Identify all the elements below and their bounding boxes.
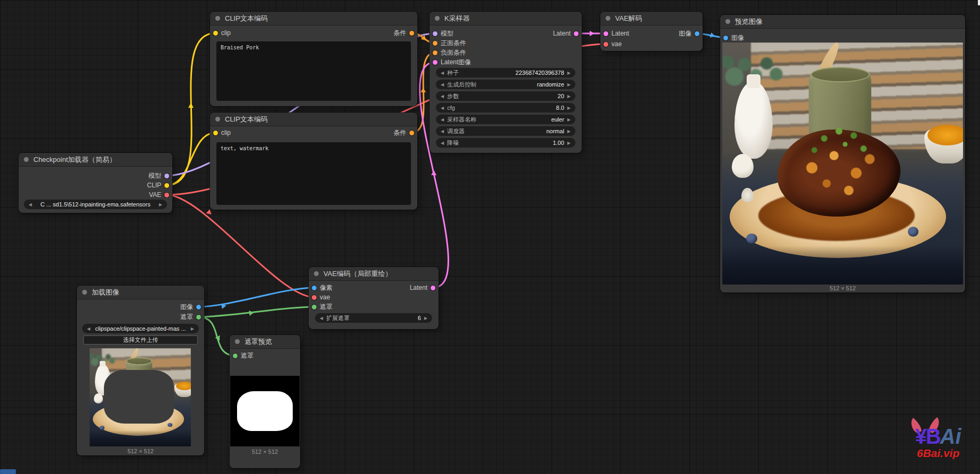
site-watermark: ¥BAi 6Bai.vip <box>898 416 978 465</box>
vae-port-icon[interactable] <box>312 295 317 300</box>
image-filename-combo[interactable]: ◀ clipspace/clipspace-painted-mas ... ▶ <box>82 324 199 333</box>
spice-bowl <box>924 130 963 163</box>
mask-port-icon[interactable] <box>196 315 201 320</box>
latent-port-icon[interactable] <box>433 60 438 65</box>
clip-port-icon[interactable] <box>164 183 169 188</box>
increment-arrow-icon[interactable]: ▶ <box>424 316 427 321</box>
collapse-dot-icon[interactable] <box>215 117 220 122</box>
output-vae: VAE <box>149 190 169 200</box>
mask-port-icon[interactable] <box>312 305 317 309</box>
control-after-generate-widget[interactable]: ◀ 生成后控制 randomize ▶ <box>436 80 575 89</box>
next-arrow-icon[interactable]: ▶ <box>191 326 194 331</box>
output-latent: Latent <box>410 283 435 292</box>
cfg-widget[interactable]: ◀ cfg 8.0 ▶ <box>436 103 575 113</box>
node-title-bar[interactable]: 加载图像 <box>77 286 204 299</box>
node-title-bar[interactable]: Checkpoint加载器（简易） <box>19 153 172 167</box>
node-checkpoint-loader[interactable]: Checkpoint加载器（简易） 模型 CLIP VAE ◀ C ... sd… <box>19 153 172 213</box>
collapse-dot-icon[interactable] <box>725 19 730 24</box>
conditioning-port-icon[interactable] <box>409 31 414 36</box>
steps-widget[interactable]: ◀ 步数 20 ▶ <box>436 91 575 101</box>
decrement-arrow-icon[interactable]: ◀ <box>441 106 444 110</box>
prev-arrow-icon[interactable]: ◀ <box>29 202 32 207</box>
increment-arrow-icon[interactable]: ▶ <box>567 94 571 99</box>
mask-image-preview <box>230 376 300 446</box>
increment-arrow-icon[interactable]: ▶ <box>567 106 571 110</box>
node-title-bar[interactable]: K采样器 <box>430 12 582 25</box>
collapse-dot-icon[interactable] <box>215 16 220 21</box>
grow-mask-widget[interactable]: ◀ 扩展遮罩 6 ▶ <box>315 313 432 323</box>
loaded-image-preview[interactable] <box>90 348 191 446</box>
latent-port-icon[interactable] <box>574 31 579 36</box>
clip-port-icon[interactable] <box>213 131 218 135</box>
image-port-icon[interactable] <box>695 31 699 36</box>
node-vae-decode[interactable]: VAE解码 Latent 图像 vae <box>600 12 703 51</box>
vae-port-icon[interactable] <box>164 193 169 197</box>
ckpt-name-combo[interactable]: ◀ C ... sd1.5\512-inpainting-ema.safeten… <box>24 200 167 209</box>
image-port-icon[interactable] <box>312 286 317 290</box>
collapse-dot-icon[interactable] <box>606 16 610 21</box>
decrement-arrow-icon[interactable]: ◀ <box>441 129 444 134</box>
scheduler-widget[interactable]: ◀ 调度器 normal ▶ <box>436 126 575 136</box>
node-preview-image[interactable]: 预览图像 图像 512 × 512 <box>720 15 965 292</box>
decrement-arrow-icon[interactable]: ◀ <box>441 82 444 87</box>
collapse-dot-icon[interactable] <box>235 339 240 344</box>
next-arrow-icon[interactable]: ▶ <box>159 202 162 207</box>
output-image: 图像 <box>180 302 201 312</box>
denoise-widget[interactable]: ◀ 降噪 1.00 ▶ <box>436 138 575 148</box>
image-port-icon[interactable] <box>196 305 201 309</box>
increment-arrow-icon[interactable]: ▶ <box>567 117 571 122</box>
decrement-arrow-icon[interactable]: ◀ <box>441 117 444 122</box>
decrement-arrow-icon[interactable]: ◀ <box>441 94 444 99</box>
decrement-arrow-icon[interactable]: ◀ <box>441 141 444 145</box>
node-title-bar[interactable]: CLIP文本编码 <box>210 113 417 126</box>
latent-port-icon[interactable] <box>431 286 435 290</box>
upload-file-button[interactable]: 选择文件上传 <box>83 335 198 344</box>
increment-arrow-icon[interactable]: ▶ <box>567 129 571 134</box>
latent-port-icon[interactable] <box>603 31 608 36</box>
input-pixels: 像素 <box>312 283 332 292</box>
node-title-bar[interactable]: 遮罩预览 <box>230 335 300 349</box>
seed-widget[interactable]: ◀ 种子 223687420396378 ▶ <box>436 68 575 77</box>
node-title-bar[interactable]: VAE编码（局部重绘） <box>309 267 439 281</box>
node-title-bar[interactable]: CLIP文本编码 <box>210 12 417 25</box>
node-clip-text-encode-positive[interactable]: CLIP文本编码 clip 条件 Braised Pork <box>210 12 417 106</box>
node-mask-preview[interactable]: 遮罩预览 遮罩 512 × 512 <box>230 335 300 468</box>
node-title: VAE解码 <box>615 14 642 23</box>
node-vae-encode-inpaint[interactable]: VAE编码（局部重绘） 像素 Latent vae 遮罩 ◀ 扩展遮罩 6 ▶ <box>309 267 439 329</box>
input-clip: clip <box>213 128 231 137</box>
conditioning-port-icon[interactable] <box>433 41 438 46</box>
collapse-dot-icon[interactable] <box>82 290 87 295</box>
image-port-icon[interactable] <box>723 36 728 40</box>
node-title-bar[interactable]: VAE解码 <box>600 12 703 25</box>
collapse-dot-icon[interactable] <box>24 157 29 162</box>
decrement-arrow-icon[interactable]: ◀ <box>320 316 323 321</box>
increment-arrow-icon[interactable]: ▶ <box>567 71 571 75</box>
collapse-dot-icon[interactable] <box>435 16 440 21</box>
node-load-image[interactable]: 加载图像 图像 遮罩 ◀ clipspace/clipspace-painted… <box>77 286 204 455</box>
node-title-bar[interactable]: 预览图像 <box>720 15 965 29</box>
node-ksampler[interactable]: K采样器 模型 Latent 正面条件 负面条件 Latent图像 ◀ 种子 2… <box>430 12 582 153</box>
mask-port-icon[interactable] <box>233 354 238 358</box>
conditioning-port-icon[interactable] <box>433 50 438 55</box>
image-size-label: 512 × 512 <box>720 285 965 291</box>
prev-arrow-icon[interactable]: ◀ <box>87 326 90 331</box>
input-vae: vae <box>603 39 622 49</box>
node-title: CLIP文本编码 <box>225 14 268 23</box>
conditioning-port-icon[interactable] <box>409 131 414 135</box>
vae-port-icon[interactable] <box>603 42 608 47</box>
node-clip-text-encode-negative[interactable]: CLIP文本编码 clip 条件 text, watermark <box>210 113 417 210</box>
prompt-textarea[interactable]: text, watermark <box>216 142 411 205</box>
output-mask: 遮罩 <box>180 312 201 322</box>
increment-arrow-icon[interactable]: ▶ <box>567 82 571 87</box>
prompt-textarea[interactable]: Braised Pork <box>216 41 411 101</box>
increment-arrow-icon[interactable]: ▶ <box>567 141 571 145</box>
sampler-name-widget[interactable]: ◀ 采样器名称 euler ▶ <box>436 115 575 124</box>
input-positive: 正面条件 <box>433 38 466 48</box>
clip-port-icon[interactable] <box>213 31 218 36</box>
output-conditioning: 条件 <box>393 28 414 38</box>
collapse-dot-icon[interactable] <box>314 271 319 276</box>
model-port-icon[interactable] <box>164 174 169 178</box>
decrement-arrow-icon[interactable]: ◀ <box>441 71 444 75</box>
output-image: 图像 <box>679 29 699 38</box>
model-port-icon[interactable] <box>433 31 438 36</box>
